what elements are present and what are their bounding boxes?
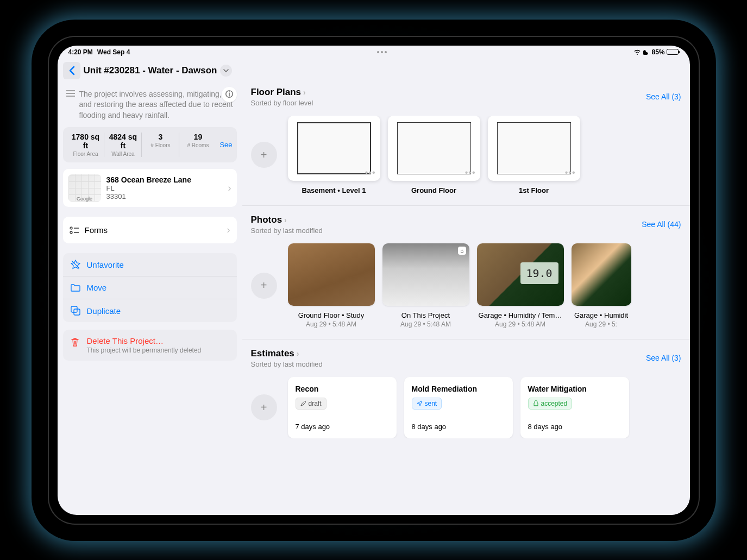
see-all-estimates[interactable]: See All (3) <box>646 354 681 362</box>
more-icon[interactable]: ••• <box>565 168 576 178</box>
star-icon <box>71 260 80 269</box>
photo-card[interactable]: ⌂ On This Project Aug 29 • 5:48 AM <box>382 243 469 328</box>
back-button[interactable] <box>63 62 80 79</box>
more-icon[interactable]: ••• <box>465 168 476 178</box>
section-subtitle: Sorted by last modified <box>251 360 323 368</box>
add-floor-plan-button[interactable]: + <box>251 142 277 168</box>
chevron-right-icon: › <box>227 224 230 236</box>
list-icon <box>66 90 75 97</box>
status-badge-draft: draft <box>296 398 327 410</box>
title-bar: Unit #230281 - Water - Dawson <box>58 59 690 83</box>
page-title: Unit #230281 - Water - Dawson <box>84 65 217 76</box>
ipad-frame: 4:20 PM Wed Sep 4 85% Unit #230281 - Wat… <box>48 36 700 525</box>
chevron-right-icon: › <box>303 88 306 97</box>
status-bar: 4:20 PM Wed Sep 4 85% <box>58 46 690 59</box>
screen: 4:20 PM Wed Sep 4 85% Unit #230281 - Wat… <box>58 46 690 515</box>
battery-icon <box>667 49 679 55</box>
stat-floor-area: 1780 sq ft Floor Area <box>67 133 105 157</box>
floor-plan-card[interactable]: ••• 1st Floor <box>488 116 580 194</box>
move-button[interactable]: Move <box>63 276 237 299</box>
chevron-right-icon: › <box>297 349 299 358</box>
status-time: 4:20 PM <box>68 48 93 56</box>
section-title-floor-plans[interactable]: Floor Plans › <box>251 87 313 98</box>
delete-subtitle: This project will be permanently deleted <box>87 347 202 354</box>
address-line1: 368 Ocean Breeze Lane <box>106 175 223 184</box>
section-subtitle: Sorted by last modified <box>251 226 323 235</box>
floor-plans-section: Floor Plans › Sorted by floor level See … <box>242 83 690 205</box>
floor-plan-card[interactable]: ••• Ground Floor <box>388 116 480 194</box>
estimate-card[interactable]: Mold Remediation sent 8 days ago <box>404 377 513 438</box>
add-photo-button[interactable]: + <box>251 273 277 299</box>
action-list: Unfavorite Move Duplicate <box>63 253 237 322</box>
duplicate-icon <box>71 306 80 316</box>
unfavorite-button[interactable]: Unfavorite <box>63 253 237 276</box>
chevron-right-icon: › <box>284 216 287 224</box>
stats-see-link[interactable]: See <box>216 141 232 149</box>
address-line2: FL <box>106 184 223 192</box>
duplicate-button[interactable]: Duplicate <box>63 299 237 322</box>
folder-icon <box>71 284 80 292</box>
photo-card[interactable]: Ground Floor • Study Aug 29 • 5:48 AM <box>288 243 375 328</box>
svg-point-1 <box>70 231 72 234</box>
section-subtitle: Sorted by floor level <box>251 99 313 107</box>
wifi-icon <box>633 49 641 55</box>
stat-floors: 3 # Floors <box>142 133 179 157</box>
project-description: The project involves assessing, mitigati… <box>79 89 234 121</box>
forms-row[interactable]: Forms › <box>63 217 237 243</box>
address-card[interactable]: Google 368 Ocean Breeze Lane FL 33301 › <box>63 169 237 207</box>
estimates-section: Estimates › Sorted by last modified See … <box>242 339 690 449</box>
add-estimate-button[interactable]: + <box>251 394 277 420</box>
forms-icon <box>70 226 79 234</box>
panorama-icon: ⌂ <box>458 247 466 255</box>
battery-percent: 85% <box>651 48 664 56</box>
status-date: Wed Sep 4 <box>97 48 130 56</box>
status-badge-sent: sent <box>412 398 442 410</box>
stat-wall-area: 4824 sq ft Wall Area <box>104 133 142 157</box>
see-all-floor-plans[interactable]: See All (3) <box>646 92 681 101</box>
map-thumbnail: Google <box>68 174 101 202</box>
estimate-card[interactable]: Water Mitigation accepted 8 days ago <box>520 377 629 438</box>
svg-point-0 <box>70 227 72 229</box>
chevron-right-icon: › <box>228 183 231 194</box>
section-title-estimates[interactable]: Estimates › <box>251 348 323 359</box>
photo-card[interactable]: 19.0 Garage • Humidity / Tem… Aug 29 • 5… <box>477 243 564 328</box>
stats-card[interactable]: 1780 sq ft Floor Area 4824 sq ft Wall Ar… <box>63 127 237 162</box>
trash-icon <box>71 337 80 347</box>
see-all-photos[interactable]: See All (44) <box>642 220 681 229</box>
photo-card[interactable]: Garage • Humidit Aug 29 • 5: <box>572 243 631 328</box>
delete-project-button[interactable]: Delete This Project… This project will b… <box>63 330 237 361</box>
title-dropdown[interactable] <box>220 65 232 77</box>
multitask-dots[interactable] <box>377 51 387 53</box>
forms-label: Forms <box>85 225 222 235</box>
address-line3: 33301 <box>106 192 223 200</box>
section-title-photos[interactable]: Photos › <box>251 215 323 225</box>
more-icon[interactable]: ••• <box>365 168 376 178</box>
sidebar: The project involves assessing, mitigati… <box>58 83 242 515</box>
floor-plan-card[interactable]: ••• Basement • Level 1 <box>288 116 380 194</box>
stat-rooms: 19 # Rooms <box>179 133 216 157</box>
estimate-card[interactable]: Recon draft 7 days ago <box>288 377 397 438</box>
project-description-row: The project involves assessing, mitigati… <box>63 87 237 128</box>
status-badge-accepted: accepted <box>528 398 573 410</box>
moon-icon <box>643 49 649 55</box>
info-button[interactable]: ⓘ <box>222 87 237 102</box>
delete-title: Delete This Project… <box>87 336 202 345</box>
main-content: Floor Plans › Sorted by floor level See … <box>242 83 690 515</box>
photos-section: Photos › Sorted by last modified See All… <box>242 205 690 339</box>
